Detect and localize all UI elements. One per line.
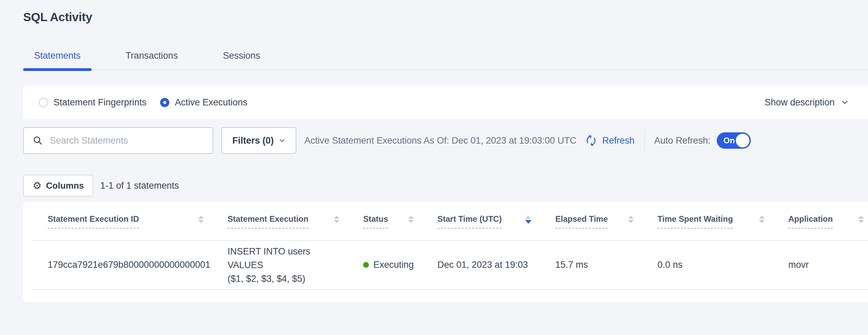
sort-arrows-icon[interactable] <box>628 216 634 223</box>
table-toolbar: ⚙ Columns 1-1 of 1 statements <box>23 175 868 196</box>
radio-label: Active Executions <box>175 97 247 108</box>
radio-active-executions[interactable]: Active Executions <box>160 97 247 108</box>
tab-sessions[interactable]: Sessions <box>212 50 271 69</box>
column-header-statement-execution-id[interactable]: Statement Execution ID <box>31 202 211 240</box>
column-header-status[interactable]: Status <box>347 202 421 240</box>
toggle-knob <box>736 134 749 147</box>
controls-row: Filters (0) Active Statement Executions … <box>23 127 868 154</box>
table-row[interactable]: 179cca7921e679b80000000000000001 INSERT … <box>31 241 868 290</box>
columns-button[interactable]: ⚙ Columns <box>23 175 93 196</box>
sort-arrows-icon-active-desc[interactable] <box>525 216 531 224</box>
sort-arrows-icon[interactable] <box>858 216 864 223</box>
column-header-start-time[interactable]: Start Time (UTC) <box>421 202 539 240</box>
vertical-divider <box>644 130 645 151</box>
sort-arrows-icon[interactable] <box>408 216 414 223</box>
executing-status-dot-icon <box>363 262 369 268</box>
view-mode-card: Statement Fingerprints Active Executions… <box>23 86 868 119</box>
cell-time-spent-waiting: 0.0 ns <box>641 241 772 289</box>
column-header-elapsed-time[interactable]: Elapsed Time <box>539 202 641 240</box>
radio-circle-selected[interactable] <box>160 98 169 107</box>
radio-circle-unselected[interactable] <box>39 98 48 107</box>
show-description-toggle[interactable]: Show description <box>764 97 849 108</box>
column-header-time-spent-waiting[interactable]: Time Spent Waiting <box>641 202 772 240</box>
chevron-down-icon <box>841 98 849 106</box>
toggle-state-label: On <box>724 136 735 145</box>
chevron-down-icon <box>279 137 285 144</box>
tabbar: Statements Transactions Sessions <box>23 50 868 70</box>
statements-table: Statement Execution ID Statement Executi… <box>23 202 868 302</box>
auto-refresh-label: Auto Refresh: <box>654 135 711 146</box>
cell-statement-execution-id[interactable]: 179cca7921e679b80000000000000001 <box>31 241 211 289</box>
refresh-label: Refresh <box>602 135 635 146</box>
search-box[interactable] <box>23 127 213 154</box>
as-of-timestamp: Active Statement Executions As Of: Dec 0… <box>305 135 576 146</box>
refresh-icon <box>584 133 598 148</box>
filters-label: Filters (0) <box>232 135 274 146</box>
filters-button[interactable]: Filters (0) <box>221 127 296 154</box>
radio-label: Statement Fingerprints <box>53 97 146 108</box>
table-header-row: Statement Execution ID Statement Executi… <box>31 202 868 241</box>
cell-application: movr <box>772 241 868 289</box>
cell-statement-execution[interactable]: INSERT INTO users VALUES ($1, $2, $3, $4… <box>211 241 347 289</box>
results-count: 1-1 of 1 statements <box>100 180 179 191</box>
search-input[interactable] <box>50 135 206 146</box>
cell-elapsed-time: 15.7 ms <box>539 241 641 289</box>
page-title: SQL Activity <box>23 10 868 24</box>
sql-activity-page: SQL Activity Statements Transactions Ses… <box>0 10 868 302</box>
auto-refresh-toggle[interactable]: On <box>717 132 751 149</box>
tab-statements[interactable]: Statements <box>23 50 92 69</box>
sort-arrows-icon[interactable] <box>334 216 339 223</box>
gear-icon: ⚙ <box>33 181 42 191</box>
cell-status: Executing <box>347 241 421 289</box>
columns-button-label: Columns <box>46 180 84 191</box>
search-icon <box>33 135 43 146</box>
show-description-label: Show description <box>764 97 835 108</box>
refresh-button[interactable]: Refresh <box>584 133 635 148</box>
tab-transactions[interactable]: Transactions <box>115 50 189 69</box>
column-header-statement-execution[interactable]: Statement Execution <box>211 202 347 240</box>
cell-start-time: Dec 01, 2023 at 19:03 <box>421 241 539 289</box>
sort-arrows-icon[interactable] <box>759 216 764 223</box>
sort-arrows-icon[interactable] <box>198 216 204 223</box>
column-header-application[interactable]: Application <box>772 202 868 240</box>
radio-statement-fingerprints[interactable]: Statement Fingerprints <box>39 97 146 108</box>
